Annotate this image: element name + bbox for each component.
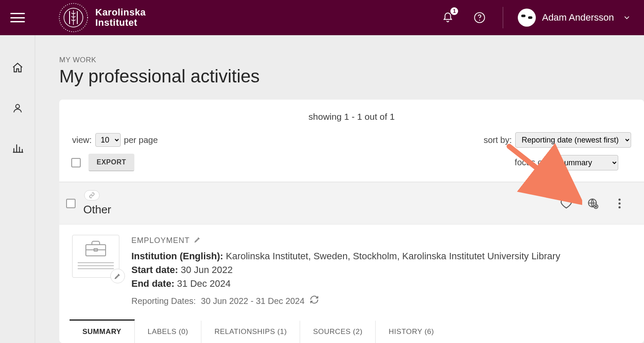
institution-label: Institution (English):: [131, 251, 223, 261]
sort-label: sort by:: [483, 135, 512, 145]
result-count: showing 1 - 1 out of 1: [59, 112, 644, 122]
activity-type: EMPLOYMENT: [131, 235, 190, 246]
card-header: Other: [59, 182, 644, 225]
notification-badge: 1: [450, 7, 458, 15]
refresh-reporting-button[interactable]: [310, 295, 319, 308]
view-per-page: view: 10 per page: [72, 133, 158, 147]
tab-relationships[interactable]: RELATIONSHIPS (1): [201, 321, 300, 343]
org-name-line1: Karolinska: [95, 7, 146, 18]
tab-labels[interactable]: LABELS (0): [135, 321, 202, 343]
org-name-line2: Institutet: [95, 18, 146, 28]
main-content: MY WORK My professional activities showi…: [35, 35, 644, 343]
person-icon: [12, 103, 23, 114]
org-logo[interactable]: Karolinska Institutet: [58, 2, 146, 33]
hamburger-icon: [10, 13, 25, 22]
activity-details: EMPLOYMENT Institution (English): Karoli…: [131, 235, 560, 308]
end-date-label: End date:: [131, 278, 174, 289]
view-label: view:: [72, 135, 92, 145]
user-menu[interactable]: Adam Andersson: [518, 9, 631, 27]
page-title: My professional activities: [59, 66, 644, 87]
favorite-button[interactable]: [559, 196, 574, 211]
visibility-button[interactable]: [586, 196, 600, 211]
header-actions: 1 Adam Andersson: [439, 0, 644, 35]
svg-point-7: [595, 206, 597, 207]
end-date-value: 31 Dec 2024: [177, 278, 231, 289]
globe-gear-icon: [587, 197, 599, 209]
bar-chart-icon: [12, 143, 23, 154]
kebab-icon: [618, 198, 621, 209]
start-date-label: Start date:: [131, 264, 178, 275]
card-body: EMPLOYMENT Institution (English): Karoli…: [59, 225, 644, 308]
export-button[interactable]: EXPORT: [88, 154, 134, 171]
sort-by: sort by: Reporting date (newest first): [483, 132, 631, 148]
svg-point-8: [619, 198, 621, 200]
activities-panel: showing 1 - 1 out of 1 view: 10 per page…: [59, 100, 644, 343]
start-date-value: 30 Jun 2022: [181, 264, 233, 275]
home-icon: [12, 62, 24, 74]
focus-label: focus on:: [515, 158, 550, 167]
svg-point-9: [619, 202, 621, 204]
notifications-button[interactable]: 1: [439, 9, 456, 26]
divider: [503, 7, 503, 28]
per-page-select[interactable]: 10: [95, 133, 121, 147]
tab-summary[interactable]: SUMMARY: [70, 319, 135, 343]
tab-history[interactable]: HISTORY (6): [376, 321, 447, 343]
select-all-checkbox[interactable]: [71, 158, 81, 167]
svg-point-10: [619, 206, 621, 208]
nav-home[interactable]: [9, 59, 26, 76]
card-actions: [559, 196, 631, 211]
side-nav: [0, 35, 35, 343]
activity-title: Other: [83, 203, 111, 216]
focus-on: focus on: summary: [515, 155, 631, 170]
org-seal-icon: [58, 2, 89, 33]
card-tabs: SUMMARY LABELS (0) RELATIONSHIPS (1) SOU…: [70, 321, 644, 343]
activity-thumbnail: [72, 235, 119, 278]
global-header: Karolinska Institutet 1 Adam Andersson: [0, 0, 644, 35]
edit-thumbnail-button[interactable]: [110, 269, 125, 283]
help-button[interactable]: [471, 9, 488, 26]
heart-icon: [560, 197, 572, 209]
focus-select[interactable]: summary: [554, 155, 618, 170]
briefcase-icon: [84, 240, 107, 258]
per-page-suffix: per page: [124, 135, 158, 145]
menu-toggle[interactable]: [0, 13, 35, 22]
activity-card: Other: [59, 182, 644, 343]
help-icon: [474, 12, 486, 24]
org-name: Karolinska Institutet: [95, 7, 146, 28]
username: Adam Andersson: [542, 12, 614, 23]
link-icon: [88, 192, 96, 198]
tab-sources[interactable]: SOURCES (2): [300, 321, 376, 343]
export-row: EXPORT focus on: summary: [59, 154, 644, 182]
avatar: [518, 9, 536, 27]
pencil-icon: [194, 236, 201, 243]
reporting-dates-label: Reporting Dates:: [131, 295, 196, 307]
sort-select[interactable]: Reporting date (newest first): [515, 132, 631, 148]
reporting-dates-value: 30 Jun 2022 - 31 Dec 2024: [201, 295, 304, 307]
chevron-down-icon: [623, 13, 631, 22]
svg-point-3: [479, 20, 480, 21]
refresh-icon: [310, 295, 319, 304]
breadcrumb: MY WORK: [59, 56, 644, 64]
more-actions-button[interactable]: [612, 196, 627, 211]
select-row-checkbox[interactable]: [66, 199, 76, 208]
nav-profile[interactable]: [9, 100, 26, 117]
svg-point-4: [15, 104, 19, 108]
institution-value: Karolinska Institutet, Sweden, Stockholm…: [226, 251, 560, 261]
edit-type-button[interactable]: [194, 235, 201, 246]
pencil-icon: [114, 273, 121, 279]
list-controls: view: 10 per page sort by: Reporting dat…: [59, 132, 644, 154]
linked-indicator[interactable]: [84, 190, 100, 200]
nav-reports[interactable]: [9, 140, 26, 157]
